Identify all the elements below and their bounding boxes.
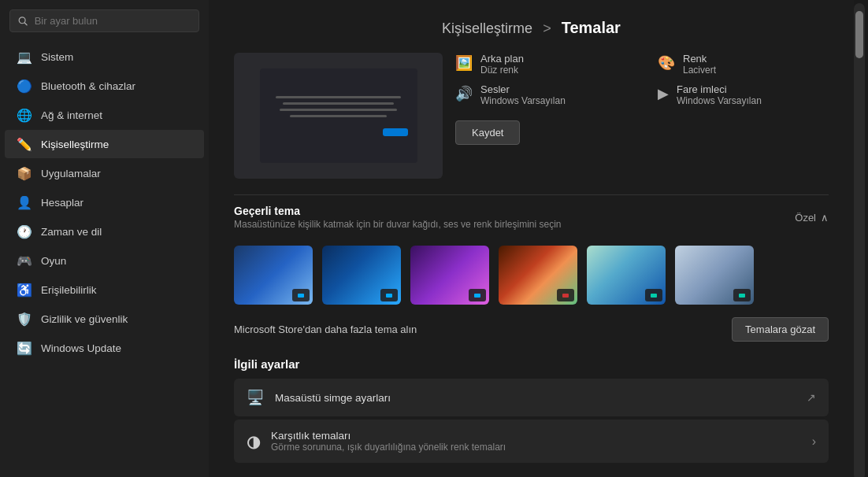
- store-text: Microsoft Store'dan daha fazla tema alın: [234, 324, 417, 335]
- preview-button: [383, 128, 408, 136]
- sidebar-label-bluetooth: Bluetooth & cihazlar: [41, 80, 135, 92]
- preview-line-4: [290, 115, 387, 117]
- sidebar-icon-gizlilik: 🛡️: [17, 312, 32, 326]
- sounds-label: Sesler: [480, 83, 566, 95]
- main-content: Kişiselleştirme > Temalar 🖼️ Arka pla: [209, 0, 854, 477]
- scrollbar-track[interactable]: [854, 3, 865, 477]
- sidebar-label-ag: Ağ & internet: [41, 109, 102, 121]
- setting-row-desktop-icons[interactable]: 🖥️ Masaüstü simge ayarları ↗: [234, 379, 829, 416]
- info-cursor: ▶ Fare imleci Windows Varsayılan: [658, 83, 829, 106]
- color-label: Renk: [683, 53, 716, 65]
- contrast-themes-label: Karşıtlık temaları: [271, 430, 506, 442]
- related-header: İlgili ayarlar: [234, 357, 829, 371]
- theme-thumbnails: [234, 246, 829, 305]
- info-sounds: 🔊 Sesler Windows Varsayılan: [455, 83, 626, 106]
- sidebar-item-ag[interactable]: 🌐 Ağ & internet: [5, 101, 204, 129]
- section-header: Geçerli tema Masaüstünüze kişilik katmak…: [234, 194, 829, 236]
- breadcrumb-separator: >: [543, 20, 551, 36]
- contrast-themes-icon: ◑: [247, 432, 260, 451]
- sidebar-icon-ag: 🌐: [17, 108, 32, 122]
- preview-line-2: [283, 102, 394, 105]
- sidebar-icon-zaman: 🕐: [17, 224, 32, 238]
- contrast-themes-sub: Görme sorununa, ışık duyarlılığına yönel…: [271, 442, 506, 453]
- desktop-icons-icon: 🖥️: [247, 389, 264, 406]
- sidebar-item-oyun[interactable]: 🎮 Oyun: [5, 246, 204, 275]
- sidebar-item-kisisellestime[interactable]: ✏️ Kişiselleştirme: [5, 130, 204, 158]
- sidebar-item-bluetooth[interactable]: 🔵 Bluetooth & cihazlar: [5, 72, 204, 100]
- chevron-up-icon: ∧: [821, 212, 829, 224]
- page-title: Temalar: [562, 19, 621, 36]
- color-icon: 🎨: [658, 54, 675, 72]
- breadcrumb-parent: Kişiselleştirme: [442, 20, 532, 36]
- sidebar-label-oyun: Oyun: [41, 255, 66, 267]
- theme-preview: [234, 53, 443, 179]
- color-value: Lacivert: [683, 65, 716, 76]
- preview-line-3: [280, 109, 398, 111]
- cursor-icon: ▶: [658, 85, 669, 102]
- desktop-icons-label: Masaüstü simge ayarları: [275, 392, 391, 404]
- sounds-icon: 🔊: [455, 85, 473, 102]
- sidebar-label-uygulamalar: Uygulamalar: [41, 168, 101, 179]
- search-input[interactable]: [35, 15, 191, 27]
- theme-thumb-1[interactable]: [234, 246, 313, 305]
- sidebar: 💻 Sistem 🔵 Bluetooth & cihazlar 🌐 Ağ & i…: [0, 0, 209, 477]
- section-toggle[interactable]: Özel ∧: [795, 212, 829, 224]
- sidebar-item-uygulamalar[interactable]: 📦 Uygulamalar: [5, 159, 204, 187]
- sidebar-icon-kisisellestime: ✏️: [17, 137, 32, 151]
- sidebar-label-sistem: Sistem: [41, 51, 73, 63]
- theme-thumb-3[interactable]: [410, 246, 489, 305]
- scrollbar-thumb[interactable]: [855, 11, 863, 58]
- theme-info: 🖼️ Arka plan Düz renk 🎨 Renk Lacivert 🔊 …: [455, 53, 829, 145]
- search-icon: [18, 16, 28, 27]
- toggle-label: Özel: [795, 212, 816, 224]
- sidebar-item-update[interactable]: 🔄 Windows Update: [5, 334, 204, 362]
- preview-line-1: [276, 96, 400, 98]
- cursor-label: Fare imleci: [677, 83, 762, 95]
- preview-lines: [269, 96, 408, 117]
- theme-thumb-5[interactable]: [587, 246, 666, 305]
- background-icon: 🖼️: [455, 54, 473, 72]
- info-background: 🖼️ Arka plan Düz renk: [455, 53, 626, 76]
- theme-thumb-4[interactable]: [499, 246, 577, 305]
- info-color: 🎨 Renk Lacivert: [658, 53, 829, 76]
- sidebar-icon-sistem: 💻: [17, 50, 32, 64]
- browse-button[interactable]: Temalara gözat: [732, 317, 829, 342]
- store-row: Microsoft Store'dan daha fazla tema alın…: [234, 317, 829, 342]
- sidebar-label-zaman: Zaman ve dil: [41, 226, 102, 238]
- sidebar-item-erisim[interactable]: ♿ Erişilebilirlik: [5, 275, 204, 304]
- sidebar-label-kisisellestime: Kişiselleştirme: [41, 139, 109, 150]
- sidebar-item-gizlilik[interactable]: 🛡️ Gizlilik ve güvenlik: [5, 305, 204, 333]
- theme-thumb-2[interactable]: [322, 246, 401, 305]
- theme-thumb-6[interactable]: [675, 246, 754, 305]
- sidebar-icon-erisim: ♿: [17, 283, 32, 297]
- sidebar-icon-uygulamalar: 📦: [17, 166, 32, 180]
- sidebar-icon-oyun: 🎮: [17, 253, 32, 268]
- sidebar-item-zaman[interactable]: 🕐 Zaman ve dil: [5, 217, 204, 246]
- section-title: Geçerli tema: [234, 205, 562, 217]
- sounds-value: Windows Varsayılan: [480, 95, 566, 106]
- theme-top: 🖼️ Arka plan Düz renk 🎨 Renk Lacivert 🔊 …: [234, 53, 829, 179]
- setting-row-contrast-themes[interactable]: ◑ Karşıtlık temaları Görme sorununa, ışı…: [234, 420, 829, 463]
- sidebar-label-gizlilik: Gizlilik ve güvenlik: [41, 313, 128, 325]
- sidebar-item-sistem[interactable]: 💻 Sistem: [5, 43, 204, 71]
- chevron-right-icon: ›: [812, 434, 816, 449]
- background-label: Arka plan: [480, 53, 524, 65]
- sidebar-icon-update: 🔄: [17, 341, 32, 355]
- sidebar-icon-bluetooth: 🔵: [17, 79, 32, 93]
- sidebar-label-update: Windows Update: [41, 342, 121, 354]
- external-link-icon: ↗: [807, 391, 816, 404]
- sidebar-label-erisim: Erişilebilirlik: [41, 284, 97, 296]
- search-box[interactable]: [9, 9, 199, 32]
- sidebar-label-hesaplar: Hesaplar: [41, 197, 83, 209]
- page-header: Kişiselleştirme > Temalar: [234, 19, 829, 37]
- sidebar-icon-hesaplar: 👤: [17, 195, 32, 209]
- breadcrumb: Kişiselleştirme > Temalar: [442, 20, 621, 36]
- cursor-value: Windows Varsayılan: [677, 95, 762, 106]
- save-button[interactable]: Kaydet: [455, 120, 520, 145]
- theme-preview-inner: [260, 68, 417, 163]
- background-value: Düz renk: [480, 65, 524, 76]
- section-subtitle: Masaüstünüze kişilik katmak için bir duv…: [234, 219, 562, 230]
- svg-line-1: [24, 22, 27, 24]
- sidebar-item-hesaplar[interactable]: 👤 Hesaplar: [5, 188, 204, 216]
